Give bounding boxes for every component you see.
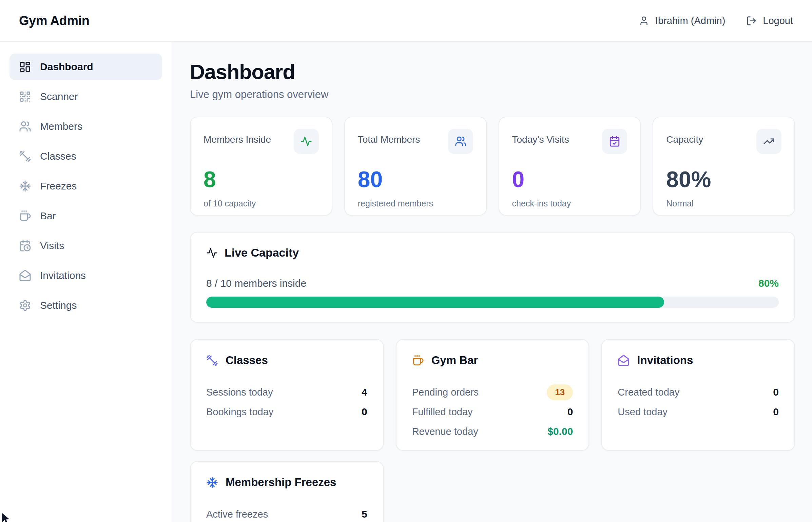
sidebar-item-dashboard[interactable]: Dashboard (9, 54, 162, 80)
membership-freezes-card: Membership Freezes Active freezes 5 (190, 461, 384, 522)
pending-orders-badge: 13 (547, 384, 573, 400)
live-capacity-count: 8 / 10 members inside (206, 278, 306, 289)
gym-bar-card: Gym Bar Pending orders 13 Fulfilled toda… (396, 339, 589, 451)
row-label: Used today (618, 406, 668, 418)
row-value: 0 (567, 406, 573, 418)
stat-card-todays-visits: Today's Visits 0 check-ins today (499, 117, 641, 216)
row-label: Fulfilled today (412, 406, 473, 418)
row-label: Created today (618, 387, 679, 398)
sidebar-item-bar[interactable]: Bar (9, 203, 162, 229)
qr-code-icon (19, 91, 31, 103)
row-label: Active freezes (206, 509, 268, 520)
invitations-card: Invitations Created today 0 Used today 0 (601, 339, 795, 451)
stat-value: 80 (358, 168, 473, 190)
sidebar-item-label: Freezes (40, 180, 77, 192)
coffee-icon (19, 210, 31, 222)
current-user-label: Ibrahim (Admin) (655, 15, 725, 26)
row-label: Bookings today (206, 406, 273, 418)
calendar-clock-icon (19, 240, 31, 252)
activity-icon (294, 129, 319, 154)
stat-title: Today's Visits (512, 134, 569, 145)
logout-icon (746, 16, 757, 26)
stat-value: 80% (666, 168, 781, 190)
card-title: Membership Freezes (226, 476, 336, 489)
stat-subtext: of 10 capacity (204, 199, 319, 208)
row-label: Revenue today (412, 426, 478, 437)
users-icon (19, 120, 31, 133)
row-value: $0.00 (547, 426, 573, 437)
dumbbell-icon (206, 355, 218, 366)
sidebar-item-invitations[interactable]: Invitations (9, 262, 162, 289)
row-label: Sessions today (206, 387, 273, 398)
stat-row: Used today 0 (618, 402, 779, 422)
stat-title: Capacity (666, 134, 703, 145)
mail-open-icon (618, 355, 630, 366)
stat-row: Bookings today 0 (206, 402, 367, 422)
sidebar-item-label: Scanner (40, 91, 78, 102)
stat-subtext: registered members (358, 199, 473, 208)
mail-open-icon (19, 269, 31, 282)
sidebar: Dashboard Scanner Members Classes Freeze… (0, 42, 172, 522)
card-title: Classes (226, 354, 268, 367)
sidebar-item-members[interactable]: Members (9, 113, 162, 140)
stat-row: Sessions today 4 (206, 382, 367, 402)
sidebar-item-scanner[interactable]: Scanner (9, 83, 162, 110)
page-subtitle: Live gym operations overview (190, 88, 795, 101)
live-capacity-title: Live Capacity (225, 246, 299, 259)
gear-icon (19, 299, 31, 312)
card-title: Invitations (637, 354, 693, 367)
stat-title: Total Members (358, 134, 420, 145)
sidebar-item-visits[interactable]: Visits (9, 233, 162, 259)
sidebar-item-freezes[interactable]: Freezes (9, 173, 162, 199)
stat-card-total-members: Total Members 80 registered members (344, 117, 487, 216)
top-bar-right: Ibrahim (Admin) Logout (639, 15, 793, 26)
capacity-progress-fill (206, 297, 664, 308)
user-icon (639, 16, 649, 26)
sidebar-item-label: Members (40, 121, 82, 132)
app-title: Gym Admin (19, 14, 89, 28)
mouse-cursor (0, 512, 14, 522)
row-value: 0 (773, 406, 779, 418)
row-value: 5 (362, 508, 367, 520)
sidebar-item-classes[interactable]: Classes (9, 143, 162, 169)
info-cards-grid: Classes Sessions today 4 Bookings today … (190, 339, 795, 522)
live-capacity-card: Live Capacity 8 / 10 members inside 80% (190, 232, 795, 323)
row-value: 0 (773, 386, 779, 398)
calendar-check-icon (602, 129, 627, 154)
layout-dashboard-icon (19, 61, 31, 73)
logout-button[interactable]: Logout (746, 15, 793, 26)
capacity-progress-bar (206, 297, 779, 308)
row-value: 4 (362, 386, 367, 398)
current-user: Ibrahim (Admin) (639, 15, 725, 26)
card-title: Gym Bar (431, 354, 478, 367)
trending-up-icon (756, 129, 781, 154)
stat-row: Fulfilled today 0 (412, 402, 573, 422)
classes-card: Classes Sessions today 4 Bookings today … (190, 339, 384, 451)
stat-row: Revenue today $0.00 (412, 422, 573, 441)
stat-subtext: Normal (666, 199, 781, 208)
sidebar-item-label: Settings (40, 300, 77, 311)
sidebar-item-label: Classes (40, 150, 76, 162)
top-bar: Gym Admin Ibrahim (Admin) Logout (0, 0, 812, 42)
sidebar-item-label: Dashboard (40, 61, 93, 73)
activity-icon (206, 247, 218, 259)
row-value: 0 (362, 406, 367, 418)
sidebar-item-settings[interactable]: Settings (9, 292, 162, 319)
stat-value: 0 (512, 168, 627, 190)
stat-row: Created today 0 (618, 382, 779, 402)
snowflake-icon (19, 180, 31, 192)
logout-label: Logout (763, 15, 793, 26)
stat-subtext: check-ins today (512, 199, 627, 208)
stat-row: Pending orders 13 (412, 382, 573, 402)
stat-card-capacity: Capacity 80% Normal (653, 117, 795, 216)
dumbbell-icon (19, 150, 31, 162)
users-icon (448, 129, 473, 154)
row-label: Pending orders (412, 387, 479, 398)
sidebar-item-label: Visits (40, 240, 64, 252)
live-capacity-percent: 80% (758, 278, 779, 289)
stat-cards-row: Members Inside 8 of 10 capacity Total Me… (190, 117, 795, 216)
page-title: Dashboard (190, 61, 795, 83)
sidebar-item-label: Invitations (40, 270, 86, 281)
stat-card-members-inside: Members Inside 8 of 10 capacity (190, 117, 332, 216)
stat-title: Members Inside (204, 134, 271, 145)
